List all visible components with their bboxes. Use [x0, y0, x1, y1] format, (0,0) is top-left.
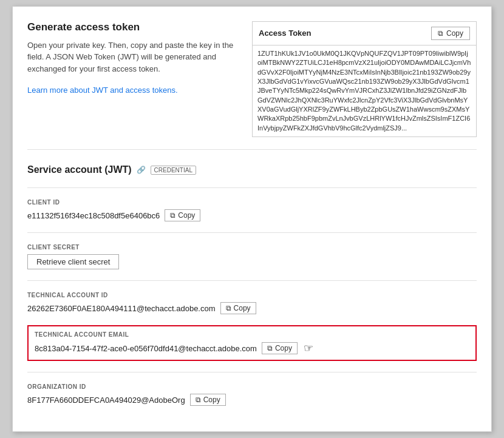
copy-icon-tech-id: ⧉	[226, 304, 231, 312]
left-panel: Generate access token Open your private …	[27, 21, 240, 138]
client-id-copy-label: Copy	[178, 211, 195, 220]
service-account-title-text: Service account (JWT)	[27, 164, 132, 175]
organization-id-label: ORGANIZATION ID	[27, 383, 477, 390]
main-window: Generate access token Open your private …	[12, 6, 492, 433]
organization-id-section: ORGANIZATION ID 8F177FA660DDEFCA0A494029…	[27, 383, 477, 406]
service-account-header: Service account (JWT) 🔗 CREDENTIAL	[27, 164, 477, 175]
technical-account-id-copy-label: Copy	[234, 304, 251, 312]
access-token-label: Access Token	[259, 29, 311, 38]
technical-account-email-section: TECHNICAL ACCOUNT EMAIL 8c813a04-7154-47…	[27, 325, 477, 361]
divider-4	[27, 372, 477, 372]
technical-account-email-copy-button[interactable]: ⧉ Copy	[262, 342, 298, 354]
technical-account-id-value: 26262E7360F0AE180A494111@techacct.adobe.…	[27, 304, 216, 313]
credential-badge: CREDENTIAL	[151, 166, 196, 175]
token-header: Access Token ⧉ Copy	[253, 22, 476, 45]
copy-button-label: Copy	[446, 29, 463, 38]
organization-id-row: 8F177FA660DDEFCA0A494029@AdobeOrg ⧉ Copy	[27, 394, 477, 406]
client-id-copy-button[interactable]: ⧉ Copy	[165, 209, 200, 221]
client-secret-row: Retrieve client secret	[27, 254, 477, 269]
organization-id-copy-label: Copy	[203, 396, 220, 404]
client-id-section: CLIENT ID e11132f516f34ec18c508df5e6406b…	[27, 199, 477, 221]
technical-account-id-section: TECHNICAL ACCOUNT ID 26262E7360F0AE180A4…	[27, 292, 477, 314]
technical-account-id-row: 26262E7360F0AE180A494111@techacct.adobe.…	[27, 302, 477, 314]
service-account-section: Service account (JWT) 🔗 CREDENTIAL CLIEN…	[27, 164, 477, 406]
client-secret-section: CLIENT SECRET Retrieve client secret	[27, 244, 477, 269]
divider-3	[27, 280, 477, 281]
technical-account-email-copy-label: Copy	[275, 344, 292, 352]
client-id-row: e11132f516f34ec18c508df5e6406bc6 ⧉ Copy	[27, 209, 477, 221]
divider-2	[27, 232, 477, 233]
retrieve-label: Retrieve client secret	[36, 257, 110, 266]
divider-1	[27, 187, 477, 188]
organization-id-copy-button[interactable]: ⧉ Copy	[190, 394, 226, 406]
client-secret-label: CLIENT SECRET	[27, 244, 477, 251]
top-section: Generate access token Open your private …	[27, 21, 477, 150]
technical-account-email-row: 8c813a04-7154-47f2-ace0-e056f70dfd41@tec…	[35, 342, 469, 355]
technical-account-email-value: 8c813a04-7154-47f2-ace0-e056f70dfd41@tec…	[35, 344, 257, 353]
access-token-copy-button[interactable]: ⧉ Copy	[431, 27, 470, 40]
retrieve-client-secret-button[interactable]: Retrieve client secret	[27, 254, 119, 269]
technical-account-id-label: TECHNICAL ACCOUNT ID	[27, 292, 477, 298]
copy-icon-email: ⧉	[267, 344, 273, 352]
access-token-value: 1ZUT1hKUk1JV1o0UkM0Q1JKQVpNQUFZQV1JPT09P…	[253, 45, 476, 137]
credential-icon: 🔗	[137, 166, 146, 174]
technical-account-id-copy-button[interactable]: ⧉ Copy	[220, 302, 256, 314]
cursor-indicator: ☞	[304, 342, 313, 355]
organization-id-value: 8F177FA660DDEFCA0A494029@AdobeOrg	[27, 396, 185, 405]
generate-token-description: Open your private key. Then, copy and pa…	[27, 39, 240, 75]
technical-account-email-label: TECHNICAL ACCOUNT EMAIL	[35, 331, 469, 338]
client-id-value: e11132f516f34ec18c508df5e6406bc6	[27, 211, 160, 220]
copy-icon-org: ⧉	[196, 396, 201, 404]
copy-icon-client-id: ⧉	[170, 211, 175, 220]
learn-more-link[interactable]: Learn more about JWT and access tokens.	[27, 86, 178, 95]
access-token-panel: Access Token ⧉ Copy 1ZUT1hKUk1JV1o0UkM0Q…	[252, 21, 477, 138]
copy-icon: ⧉	[438, 29, 443, 38]
client-id-label: CLIENT ID	[27, 199, 477, 206]
generate-token-title: Generate access token	[27, 21, 240, 33]
